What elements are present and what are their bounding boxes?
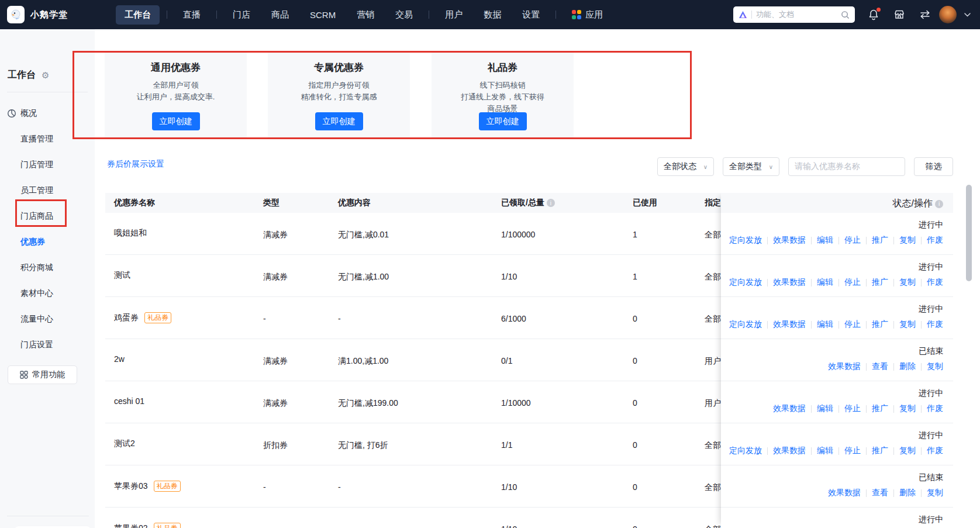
action-link-作废[interactable]: 作废 (927, 277, 943, 288)
action-link-效果数据[interactable]: 效果数据 (773, 446, 806, 456)
action-separator (866, 447, 867, 455)
sidebar-item-积分商城[interactable]: 积分商城 (0, 255, 95, 281)
create-now-button[interactable]: 立即创建 (479, 112, 527, 130)
sidebar-item-label: 积分商城 (20, 263, 53, 273)
search-icon[interactable] (841, 11, 850, 19)
nav-item-交易[interactable]: 交易 (387, 5, 422, 25)
nav-item-工作台[interactable]: 工作台 (116, 5, 160, 25)
action-link-效果数据[interactable]: 效果数据 (828, 488, 861, 498)
nav-item-应用[interactable]: 应用 (563, 5, 612, 25)
nav-item-label: 数据 (484, 9, 501, 20)
action-link-停止[interactable]: 停止 (844, 319, 861, 330)
create-now-button[interactable]: 立即创建 (315, 112, 363, 130)
action-link-查看[interactable]: 查看 (872, 488, 888, 498)
action-link-效果数据[interactable]: 效果数据 (773, 277, 806, 288)
action-link-编辑[interactable]: 编辑 (817, 446, 833, 456)
sidebar-item-概况[interactable]: 概况 (0, 101, 95, 126)
status-badge: 已结束 (919, 472, 943, 483)
action-link-效果数据[interactable]: 效果数据 (773, 319, 806, 330)
sidebar-item-门店商品[interactable]: 门店商品 (0, 203, 95, 229)
nav-item-直播[interactable]: 直播 (174, 5, 209, 25)
action-link-定向发放[interactable]: 定向发放 (729, 446, 762, 456)
action-link-复制[interactable]: 复制 (899, 235, 916, 246)
nav-search[interactable]: 功能、文档 (733, 6, 855, 23)
nav-item-用户[interactable]: 用户 (436, 5, 471, 25)
action-link-定向发放[interactable]: 定向发放 (729, 235, 762, 246)
action-link-推广[interactable]: 推广 (872, 235, 888, 246)
action-link-复制[interactable]: 复制 (899, 319, 916, 330)
action-link-效果数据[interactable]: 效果数据 (773, 235, 806, 246)
action-link-停止[interactable]: 停止 (844, 277, 861, 288)
sidebar-item-素材中心[interactable]: 素材中心 (0, 281, 95, 306)
action-link-编辑[interactable]: 编辑 (817, 319, 833, 330)
action-link-推广[interactable]: 推广 (872, 277, 888, 288)
sidebar-item-门店设置[interactable]: 门店设置 (0, 332, 95, 358)
table-row-actions: 进行中定向发放效果数据编辑停止推广复制作废 (721, 423, 953, 465)
sidebar-item-员工管理[interactable]: 员工管理 (0, 178, 95, 203)
promo-card-desc-line: 全部用户可领 (105, 80, 247, 91)
action-link-推广[interactable]: 推广 (872, 403, 888, 414)
store-icon[interactable] (891, 0, 907, 29)
notification-bell-icon[interactable] (865, 0, 882, 29)
quick-functions-button[interactable]: 常用功能 (8, 365, 77, 384)
received-info-icon[interactable]: i (547, 199, 555, 207)
action-link-复制[interactable]: 复制 (927, 488, 943, 498)
action-link-推广[interactable]: 推广 (872, 319, 888, 330)
sidebar-item-直播管理[interactable]: 直播管理 (0, 126, 95, 152)
action-link-定向发放[interactable]: 定向发放 (729, 319, 762, 330)
nav-item-商品[interactable]: 商品 (263, 5, 298, 25)
action-link-停止[interactable]: 停止 (844, 235, 861, 246)
action-link-删除[interactable]: 删除 (899, 488, 916, 498)
header-used: 已使用 (633, 198, 657, 208)
status-info-icon[interactable]: i (935, 200, 943, 208)
sidebar-item-流量中心[interactable]: 流量中心 (0, 306, 95, 332)
action-link-停止[interactable]: 停止 (844, 446, 861, 456)
nav-item-SCRM[interactable]: SCRM (301, 6, 344, 24)
table-row-actions: 已结束效果数据查看删除复制 (721, 339, 953, 381)
action-link-效果数据[interactable]: 效果数据 (773, 403, 806, 414)
coupon-price-display-link[interactable]: 券后价展示设置 (107, 159, 164, 170)
nav-item-label: 营销 (357, 9, 374, 20)
action-link-复制[interactable]: 复制 (899, 277, 916, 288)
coupon-content-cell: 无门槛, 打6折 (338, 440, 388, 451)
create-now-button[interactable]: 立即创建 (152, 112, 200, 130)
action-link-作废[interactable]: 作废 (927, 235, 943, 246)
type-filter-select[interactable]: 全部类型 ∨ (723, 157, 779, 176)
sidebar-item-优惠券[interactable]: 优惠券 (0, 229, 95, 255)
action-link-编辑[interactable]: 编辑 (817, 403, 833, 414)
action-link-定向发放[interactable]: 定向发放 (729, 277, 762, 288)
action-link-复制[interactable]: 复制 (899, 403, 916, 414)
header-received: 已领取/总量 i (501, 198, 555, 208)
nav-item-营销[interactable]: 营销 (348, 5, 383, 25)
action-link-作废[interactable]: 作废 (927, 403, 943, 414)
nav-separator (429, 11, 429, 19)
gear-icon[interactable]: ⚙ (42, 70, 49, 81)
sidebar-item-label: 概况 (20, 108, 37, 119)
action-link-查看[interactable]: 查看 (872, 361, 888, 372)
filter-button[interactable]: 筛选 (914, 157, 953, 176)
action-link-停止[interactable]: 停止 (844, 403, 861, 414)
action-link-删除[interactable]: 删除 (899, 361, 916, 372)
account-chevron-down-icon[interactable] (959, 0, 975, 29)
brand[interactable]: 小鹅学堂 (7, 6, 68, 23)
action-link-作废[interactable]: 作废 (927, 446, 943, 456)
scrollbar-thumb[interactable] (966, 185, 972, 281)
action-link-推广[interactable]: 推广 (872, 446, 888, 456)
action-link-编辑[interactable]: 编辑 (817, 235, 833, 246)
status-filter-select[interactable]: 全部状态 ∨ (657, 157, 714, 176)
action-link-复制[interactable]: 复制 (927, 361, 943, 372)
action-link-编辑[interactable]: 编辑 (817, 277, 833, 288)
coupon-name-search-input[interactable]: 请输入优惠券名称 (788, 157, 905, 176)
nav-item-设置[interactable]: 设置 (513, 5, 548, 25)
user-avatar[interactable] (939, 6, 957, 23)
switch-account-icon[interactable] (917, 0, 933, 29)
action-link-复制[interactable]: 复制 (899, 446, 916, 456)
used-count-cell: 0 (633, 524, 637, 528)
sidebar-item-门店管理[interactable]: 门店管理 (0, 152, 95, 178)
action-link-作废[interactable]: 作废 (927, 319, 943, 330)
nav-item-数据[interactable]: 数据 (475, 5, 510, 25)
nav-item-门店[interactable]: 门店 (224, 5, 259, 25)
action-link-效果数据[interactable]: 效果数据 (828, 361, 861, 372)
received-total-cell: 1/10000 (501, 398, 531, 408)
audience-cell: 全部 (705, 230, 723, 240)
